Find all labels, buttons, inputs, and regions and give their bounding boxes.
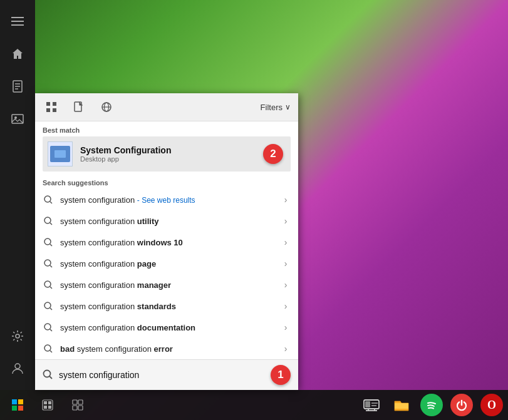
best-match-subtitle: Desktop app: [80, 155, 286, 163]
suggestions-section: Search suggestions system configuration …: [35, 174, 298, 359]
spotify-icon: [420, 394, 443, 416]
search-box: 1: [35, 359, 298, 390]
chevron-right-icon: ›: [281, 259, 291, 269]
svg-point-27: [44, 281, 51, 287]
svg-rect-12: [53, 102, 56, 106]
suggestions-label: Search suggestions: [35, 178, 298, 189]
chevron-down-icon: ∨: [285, 103, 291, 111]
sidebar-item-pictures[interactable]: [3, 104, 33, 134]
start-menu: Filters ∨ Best match System Configuratio…: [35, 93, 298, 390]
best-match-label: Best match: [43, 126, 291, 134]
filters-button[interactable]: Filters ∨: [261, 103, 291, 112]
suggestion-text-utility: system configuration utility: [60, 217, 274, 226]
svg-point-35: [44, 370, 51, 377]
svg-rect-49: [78, 406, 83, 410]
sidebar-item-settings[interactable]: [3, 321, 33, 351]
svg-rect-39: [12, 406, 17, 411]
sidebar-item-user[interactable]: [3, 354, 33, 384]
suggestion-item-documentation[interactable]: system configuration documentation ›: [35, 317, 298, 338]
svg-line-32: [50, 329, 52, 331]
step-badge-1: 1: [271, 365, 291, 385]
svg-rect-1: [11, 21, 24, 22]
svg-rect-2: [11, 24, 24, 26]
suggestion-item-web[interactable]: system configuration - See web results ›: [35, 189, 298, 210]
chevron-right-icon: ›: [281, 216, 291, 226]
suggestion-text-web: system configuration - See web results: [60, 195, 274, 205]
chevron-right-icon: ›: [281, 322, 291, 332]
suggestion-item-windows10[interactable]: system configuration windows 10 ›: [35, 232, 298, 253]
svg-rect-47: [78, 400, 83, 404]
search-icon: [43, 300, 54, 312]
svg-point-8: [14, 116, 17, 119]
svg-rect-46: [73, 400, 77, 404]
best-match-item[interactable]: System Configuration Desktop app 2: [43, 136, 291, 172]
svg-point-33: [44, 345, 51, 351]
svg-rect-51: [365, 401, 370, 407]
grid-filter-icon[interactable]: [43, 98, 60, 116]
taskbar-taskview-icon[interactable]: [63, 390, 93, 420]
svg-point-19: [44, 196, 51, 202]
sidebar-item-home[interactable]: [3, 39, 33, 69]
step-badge-2: 2: [263, 144, 283, 164]
search-icon: [43, 258, 54, 269]
svg-line-24: [50, 244, 52, 246]
search-icon: [43, 194, 54, 205]
svg-point-25: [44, 260, 51, 266]
app-icon: [48, 141, 73, 166]
sidebar-item-hamburger[interactable]: [3, 6, 33, 36]
svg-line-28: [50, 287, 52, 289]
suggestion-item-error[interactable]: bad system configuration error ›: [35, 338, 298, 359]
search-input[interactable]: [59, 370, 264, 380]
suggestion-text-page: system configuration page: [60, 259, 274, 269]
svg-point-23: [44, 238, 51, 245]
chevron-right-icon: ›: [281, 237, 291, 247]
chevron-right-icon: ›: [281, 344, 291, 354]
search-icon: [43, 215, 54, 227]
taskbar-device-manager[interactable]: [358, 391, 385, 419]
globe-filter-icon[interactable]: [98, 98, 115, 116]
suggestion-text-manager: system configuration manager: [60, 280, 274, 290]
svg-point-31: [44, 324, 51, 330]
suggestion-item-utility[interactable]: system configuration utility ›: [35, 210, 298, 232]
taskbar-right: O: [358, 391, 505, 419]
search-icon: [43, 322, 54, 333]
filter-bar: Filters ∨: [35, 93, 298, 121]
search-icon: [43, 343, 54, 354]
document-filter-icon[interactable]: [70, 98, 88, 116]
svg-rect-37: [12, 399, 17, 404]
svg-rect-13: [46, 108, 50, 112]
taskbar-search-icon[interactable]: [33, 390, 63, 420]
search-icon: [43, 279, 54, 290]
svg-rect-38: [18, 399, 23, 404]
suggestion-item-manager[interactable]: system configuration manager ›: [35, 274, 298, 295]
svg-rect-42: [44, 401, 47, 404]
svg-line-22: [50, 223, 52, 225]
svg-point-29: [44, 302, 51, 309]
start-button[interactable]: [3, 390, 33, 420]
taskbar-opera[interactable]: O: [478, 391, 505, 419]
suggestion-text-documentation: system configuration documentation: [60, 323, 274, 332]
svg-line-34: [50, 351, 52, 352]
taskbar: O: [0, 390, 508, 420]
sidebar-item-documents[interactable]: [3, 71, 33, 101]
svg-rect-14: [53, 108, 56, 112]
svg-rect-40: [18, 406, 23, 411]
suggestion-text-error: bad system configuration error: [60, 344, 274, 354]
opera-icon: O: [480, 394, 503, 416]
suggestion-item-standards[interactable]: system configuration standards ›: [35, 295, 298, 317]
taskbar-power[interactable]: [448, 391, 475, 419]
svg-rect-48: [73, 406, 77, 410]
taskbar-folder[interactable]: [388, 391, 415, 419]
svg-line-26: [50, 265, 52, 267]
chevron-right-icon: ›: [281, 195, 291, 205]
svg-line-20: [50, 202, 52, 203]
chevron-right-icon: ›: [281, 280, 291, 290]
search-icon: [43, 237, 54, 248]
best-match-title: System Configuration: [80, 145, 286, 155]
taskbar-spotify[interactable]: [418, 391, 445, 419]
svg-point-21: [44, 217, 51, 223]
svg-rect-45: [48, 406, 51, 409]
suggestion-item-page[interactable]: system configuration page ›: [35, 253, 298, 274]
svg-rect-43: [48, 401, 51, 404]
best-match-text: System Configuration Desktop app: [80, 145, 286, 163]
